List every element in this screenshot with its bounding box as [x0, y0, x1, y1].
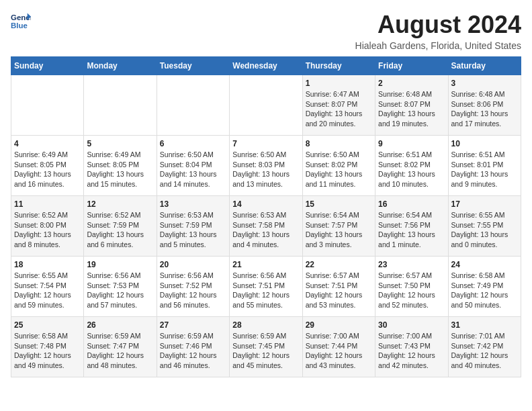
day-info: Sunrise: 6:55 AM Sunset: 7:55 PM Dayligh… [451, 210, 518, 250]
week-row-2: 4Sunrise: 6:49 AM Sunset: 8:05 PM Daylig… [11, 136, 521, 196]
main-title: August 2024 [355, 11, 521, 39]
day-info: Sunrise: 6:51 AM Sunset: 8:02 PM Dayligh… [378, 150, 445, 189]
day-number: 10 [451, 139, 518, 148]
day-info: Sunrise: 6:50 AM Sunset: 8:02 PM Dayligh… [306, 150, 372, 189]
day-number: 22 [306, 260, 372, 269]
day-number: 21 [232, 260, 299, 269]
day-info: Sunrise: 6:54 AM Sunset: 7:57 PM Dayligh… [306, 210, 372, 250]
calendar-cell [11, 75, 84, 136]
day-info: Sunrise: 6:52 AM Sunset: 8:00 PM Dayligh… [14, 210, 81, 250]
calendar-cell: 3Sunrise: 6:48 AM Sunset: 8:06 PM Daylig… [448, 75, 521, 136]
calendar-cell: 22Sunrise: 6:57 AM Sunset: 7:51 PM Dayli… [302, 257, 375, 317]
day-info: Sunrise: 6:52 AM Sunset: 7:59 PM Dayligh… [87, 210, 153, 250]
day-info: Sunrise: 6:57 AM Sunset: 7:51 PM Dayligh… [306, 271, 372, 310]
calendar-cell [230, 75, 302, 136]
calendar-cell: 23Sunrise: 6:57 AM Sunset: 7:50 PM Dayli… [375, 257, 448, 317]
svg-text:Blue: Blue [11, 21, 28, 30]
day-number: 5 [87, 139, 153, 148]
day-number: 1 [306, 79, 372, 88]
header-day-thursday: Thursday [302, 57, 375, 75]
day-info: Sunrise: 7:00 AM Sunset: 7:44 PM Dayligh… [306, 331, 372, 371]
calendar-cell: 4Sunrise: 6:49 AM Sunset: 8:05 PM Daylig… [11, 136, 84, 196]
day-number: 31 [451, 320, 518, 330]
day-info: Sunrise: 6:59 AM Sunset: 7:46 PM Dayligh… [160, 331, 226, 371]
subtitle: Hialeah Gardens, Florida, United States [355, 40, 521, 51]
day-number: 30 [378, 320, 445, 330]
calendar-cell: 17Sunrise: 6:55 AM Sunset: 7:55 PM Dayli… [448, 196, 521, 257]
day-info: Sunrise: 6:56 AM Sunset: 7:51 PM Dayligh… [232, 271, 299, 310]
day-info: Sunrise: 6:57 AM Sunset: 7:50 PM Dayligh… [378, 271, 445, 310]
day-number: 8 [306, 139, 372, 148]
calendar-cell: 30Sunrise: 7:00 AM Sunset: 7:43 PM Dayli… [375, 317, 448, 377]
calendar-cell: 19Sunrise: 6:56 AM Sunset: 7:53 PM Dayli… [84, 257, 157, 317]
calendar-cell: 29Sunrise: 7:00 AM Sunset: 7:44 PM Dayli… [302, 317, 375, 377]
day-number: 12 [87, 199, 153, 209]
week-row-5: 25Sunrise: 6:58 AM Sunset: 7:48 PM Dayli… [11, 317, 521, 377]
day-number: 29 [306, 320, 372, 330]
day-number: 17 [451, 199, 518, 209]
day-number: 25 [14, 320, 81, 330]
day-info: Sunrise: 6:58 AM Sunset: 7:48 PM Dayligh… [14, 331, 81, 371]
logo: General Blue [11, 11, 31, 31]
calendar-cell: 5Sunrise: 6:49 AM Sunset: 8:05 PM Daylig… [84, 136, 157, 196]
calendar-cell: 8Sunrise: 6:50 AM Sunset: 8:02 PM Daylig… [302, 136, 375, 196]
day-number: 3 [451, 79, 518, 88]
calendar-cell: 9Sunrise: 6:51 AM Sunset: 8:02 PM Daylig… [375, 136, 448, 196]
day-number: 6 [160, 139, 226, 148]
day-number: 13 [160, 199, 226, 209]
calendar-cell [157, 75, 229, 136]
day-info: Sunrise: 6:59 AM Sunset: 7:47 PM Dayligh… [87, 331, 153, 371]
title-section: August 2024 Hialeah Gardens, Florida, Un… [355, 11, 521, 51]
day-number: 15 [306, 199, 372, 209]
calendar-cell: 21Sunrise: 6:56 AM Sunset: 7:51 PM Dayli… [230, 257, 302, 317]
day-number: 11 [14, 199, 81, 209]
day-info: Sunrise: 6:50 AM Sunset: 8:03 PM Dayligh… [232, 150, 299, 189]
calendar-table: SundayMondayTuesdayWednesdayThursdayFrid… [11, 56, 521, 377]
day-number: 14 [232, 199, 299, 209]
day-info: Sunrise: 6:56 AM Sunset: 7:53 PM Dayligh… [87, 271, 153, 310]
day-number: 28 [232, 320, 299, 330]
calendar-cell: 25Sunrise: 6:58 AM Sunset: 7:48 PM Dayli… [11, 317, 84, 377]
week-row-3: 11Sunrise: 6:52 AM Sunset: 8:00 PM Dayli… [11, 196, 521, 257]
day-number: 4 [14, 139, 81, 148]
day-info: Sunrise: 7:01 AM Sunset: 7:42 PM Dayligh… [451, 331, 518, 371]
calendar-cell: 18Sunrise: 6:55 AM Sunset: 7:54 PM Dayli… [11, 257, 84, 317]
calendar-cell: 6Sunrise: 6:50 AM Sunset: 8:04 PM Daylig… [157, 136, 229, 196]
header-day-sunday: Sunday [11, 57, 84, 75]
day-number: 27 [160, 320, 226, 330]
calendar-cell: 11Sunrise: 6:52 AM Sunset: 8:00 PM Dayli… [11, 196, 84, 257]
calendar-cell: 13Sunrise: 6:53 AM Sunset: 7:59 PM Dayli… [157, 196, 229, 257]
header-day-monday: Monday [84, 57, 157, 75]
day-info: Sunrise: 6:51 AM Sunset: 8:01 PM Dayligh… [451, 150, 518, 189]
day-number: 20 [160, 260, 226, 269]
header-day-tuesday: Tuesday [157, 57, 229, 75]
day-info: Sunrise: 6:49 AM Sunset: 8:05 PM Dayligh… [87, 150, 153, 189]
day-info: Sunrise: 6:54 AM Sunset: 7:56 PM Dayligh… [378, 210, 445, 250]
day-info: Sunrise: 6:50 AM Sunset: 8:04 PM Dayligh… [160, 150, 226, 189]
day-info: Sunrise: 7:00 AM Sunset: 7:43 PM Dayligh… [378, 331, 445, 371]
day-info: Sunrise: 6:53 AM Sunset: 7:58 PM Dayligh… [232, 210, 299, 250]
calendar-cell: 16Sunrise: 6:54 AM Sunset: 7:56 PM Dayli… [375, 196, 448, 257]
day-info: Sunrise: 6:48 AM Sunset: 8:07 PM Dayligh… [378, 89, 445, 129]
calendar-cell: 20Sunrise: 6:56 AM Sunset: 7:52 PM Dayli… [157, 257, 229, 317]
calendar-cell: 10Sunrise: 6:51 AM Sunset: 8:01 PM Dayli… [448, 136, 521, 196]
day-info: Sunrise: 6:55 AM Sunset: 7:54 PM Dayligh… [14, 271, 81, 310]
calendar-cell: 2Sunrise: 6:48 AM Sunset: 8:07 PM Daylig… [375, 75, 448, 136]
header: General Blue August 2024 Hialeah Gardens… [11, 11, 521, 51]
calendar-cell: 14Sunrise: 6:53 AM Sunset: 7:58 PM Dayli… [230, 196, 302, 257]
day-info: Sunrise: 6:56 AM Sunset: 7:52 PM Dayligh… [160, 271, 226, 310]
logo-icon: General Blue [11, 11, 31, 31]
calendar-cell: 26Sunrise: 6:59 AM Sunset: 7:47 PM Dayli… [84, 317, 157, 377]
calendar-cell: 1Sunrise: 6:47 AM Sunset: 8:07 PM Daylig… [302, 75, 375, 136]
day-number: 9 [378, 139, 445, 148]
day-number: 26 [87, 320, 153, 330]
week-row-1: 1Sunrise: 6:47 AM Sunset: 8:07 PM Daylig… [11, 75, 521, 136]
calendar-cell: 24Sunrise: 6:58 AM Sunset: 7:49 PM Dayli… [448, 257, 521, 317]
day-number: 23 [378, 260, 445, 269]
calendar-cell: 12Sunrise: 6:52 AM Sunset: 7:59 PM Dayli… [84, 196, 157, 257]
calendar-cell: 7Sunrise: 6:50 AM Sunset: 8:03 PM Daylig… [230, 136, 302, 196]
calendar-cell: 27Sunrise: 6:59 AM Sunset: 7:46 PM Dayli… [157, 317, 229, 377]
day-info: Sunrise: 6:47 AM Sunset: 8:07 PM Dayligh… [306, 89, 372, 129]
day-info: Sunrise: 6:58 AM Sunset: 7:49 PM Dayligh… [451, 271, 518, 310]
day-info: Sunrise: 6:59 AM Sunset: 7:45 PM Dayligh… [232, 331, 299, 371]
